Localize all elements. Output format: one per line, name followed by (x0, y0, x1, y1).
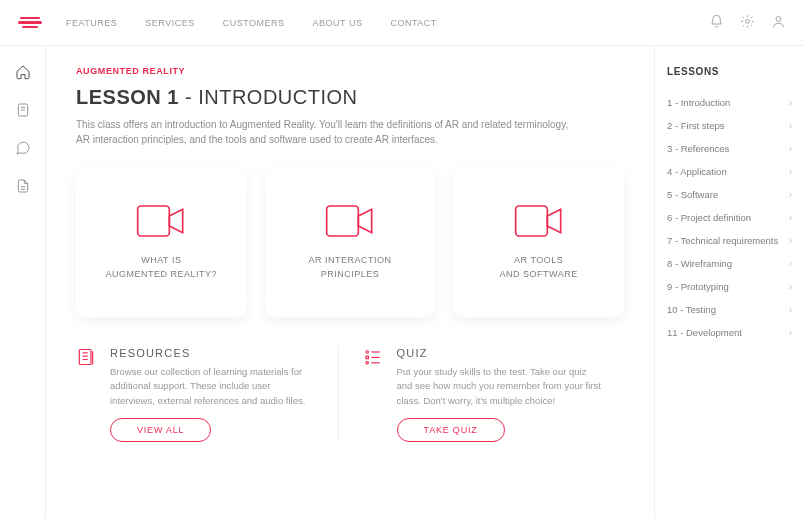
quiz-title: QUIZ (397, 347, 605, 359)
logo-icon[interactable] (18, 17, 42, 29)
lesson-link-6[interactable]: 6 - Project definition› (667, 206, 792, 229)
breadcrumb: AUGMENTED REALITY (76, 66, 624, 76)
card-label: WHAT ISAUGMENTED REALITY? (106, 253, 218, 282)
svg-point-0 (746, 19, 750, 23)
take-quiz-button[interactable]: TAKE QUIZ (397, 418, 505, 442)
lesson-link-label: 5 - Software (667, 189, 718, 200)
lesson-link-label: 9 - Prototyping (667, 281, 729, 292)
resources-icon (76, 347, 98, 442)
left-sidebar (0, 46, 46, 518)
chevron-right-icon: › (789, 120, 792, 131)
lesson-link-10[interactable]: 10 - Testing› (667, 298, 792, 321)
lesson-link-2[interactable]: 2 - First steps› (667, 114, 792, 137)
video-icon (325, 203, 375, 239)
chevron-right-icon: › (789, 258, 792, 269)
bell-icon[interactable] (709, 14, 724, 32)
lesson-link-5[interactable]: 5 - Software› (667, 183, 792, 206)
chevron-right-icon: › (789, 281, 792, 292)
lesson-link-4[interactable]: 4 - Application› (667, 160, 792, 183)
lesson-link-label: 8 - Wireframing (667, 258, 732, 269)
card-what-is-ar[interactable]: WHAT ISAUGMENTED REALITY? (76, 167, 247, 317)
file-icon[interactable] (15, 178, 31, 194)
lesson-link-8[interactable]: 8 - Wireframing› (667, 252, 792, 275)
nav-features[interactable]: FEATURES (66, 18, 117, 28)
svg-point-15 (365, 351, 368, 354)
lesson-link-label: 4 - Application (667, 166, 727, 177)
nav-about-us[interactable]: ABOUT US (313, 18, 363, 28)
chevron-right-icon: › (789, 97, 792, 108)
svg-rect-17 (365, 356, 368, 359)
chevron-right-icon: › (789, 143, 792, 154)
chat-icon[interactable] (15, 140, 31, 156)
lessons-heading: LESSONS (667, 66, 792, 77)
card-label: AR TOOLSAND SOFTWARE (500, 253, 578, 282)
nav-services[interactable]: SERVICES (145, 18, 194, 28)
gear-icon[interactable] (740, 14, 755, 32)
page-description: This class offers an introduction to Aug… (76, 117, 576, 147)
resources-desc: Browse our collection of learning materi… (110, 365, 318, 408)
app-frame: FEATURES SERVICES CUSTOMERS ABOUT US CON… (0, 0, 804, 518)
chevron-right-icon: › (789, 212, 792, 223)
video-icon (136, 203, 186, 239)
svg-point-19 (365, 362, 368, 365)
lesson-link-11[interactable]: 11 - Development› (667, 321, 792, 344)
chevron-right-icon: › (789, 189, 792, 200)
card-label: AR INTERACTIONPRINCIPLES (309, 253, 392, 282)
user-icon[interactable] (771, 14, 786, 32)
lesson-link-label: 3 - References (667, 143, 729, 154)
lesson-link-7[interactable]: 7 - Technical requirements› (667, 229, 792, 252)
chevron-right-icon: › (789, 327, 792, 338)
lesson-link-label: 10 - Testing (667, 304, 716, 315)
page-title: LESSON 1 - INTRODUCTION (76, 86, 624, 109)
card-ar-tools[interactable]: AR TOOLSAND SOFTWARE (453, 167, 624, 317)
svg-point-1 (776, 16, 781, 21)
lesson-link-3[interactable]: 3 - References› (667, 137, 792, 160)
svg-rect-8 (327, 206, 359, 236)
view-all-button[interactable]: VIEW ALL (110, 418, 211, 442)
svg-rect-9 (515, 206, 547, 236)
quiz-desc: Put your study skills to the test. Take … (397, 365, 605, 408)
quiz-panel: QUIZ Put your study skills to the test. … (338, 347, 625, 442)
nav-contact[interactable]: CONTACT (390, 18, 436, 28)
top-bar: FEATURES SERVICES CUSTOMERS ABOUT US CON… (0, 0, 804, 46)
video-icon (514, 203, 564, 239)
lessons-sidebar: LESSONS 1 - Introduction›2 - First steps… (654, 46, 804, 518)
resources-panel: RESOURCES Browse our collection of learn… (76, 347, 338, 442)
home-icon[interactable] (15, 64, 31, 80)
chevron-right-icon: › (789, 235, 792, 246)
main-content: AUGMENTED REALITY LESSON 1 - INTRODUCTIO… (46, 46, 654, 518)
nav-customers[interactable]: CUSTOMERS (223, 18, 285, 28)
lesson-link-label: 2 - First steps (667, 120, 725, 131)
lesson-link-label: 6 - Project definition (667, 212, 751, 223)
resources-title: RESOURCES (110, 347, 318, 359)
lesson-link-label: 7 - Technical requirements (667, 235, 778, 246)
svg-rect-10 (79, 350, 91, 365)
card-ar-interaction[interactable]: AR INTERACTIONPRINCIPLES (265, 167, 436, 317)
lesson-link-1[interactable]: 1 - Introduction› (667, 91, 792, 114)
svg-rect-7 (138, 206, 170, 236)
chevron-right-icon: › (789, 166, 792, 177)
lesson-link-label: 11 - Development (667, 327, 742, 338)
chevron-right-icon: › (789, 304, 792, 315)
document-icon[interactable] (15, 102, 31, 118)
lesson-link-9[interactable]: 9 - Prototyping› (667, 275, 792, 298)
lesson-cards: WHAT ISAUGMENTED REALITY? AR INTERACTION… (76, 167, 624, 317)
top-nav: FEATURES SERVICES CUSTOMERS ABOUT US CON… (66, 18, 437, 28)
lesson-link-label: 1 - Introduction (667, 97, 730, 108)
quiz-icon (363, 347, 385, 442)
